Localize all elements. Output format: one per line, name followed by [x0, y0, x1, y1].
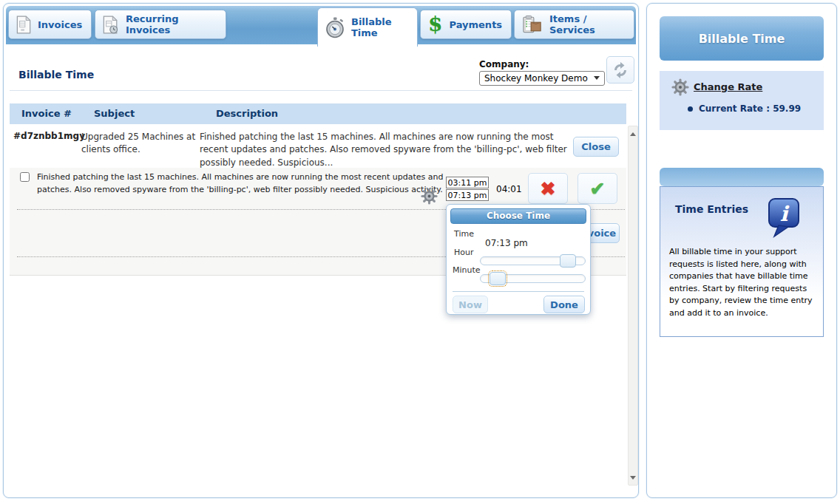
end-time-input[interactable]	[446, 189, 489, 201]
minute-slider[interactable]	[480, 274, 586, 283]
company-label: Company:	[479, 59, 529, 69]
main-panel: Invoices Recurring Invoices	[3, 3, 639, 498]
column-description: Description	[216, 108, 278, 119]
tab-items-services[interactable]: Items / Services	[514, 10, 634, 39]
tab-billable-time[interactable]: Billable Time	[317, 7, 418, 47]
change-rate-gear-icon	[671, 78, 689, 96]
red-x-icon: ✖	[541, 180, 556, 198]
current-rate-value: Current Rate : 59.99	[699, 103, 801, 114]
info-box-title: Time Entries	[675, 203, 748, 215]
invoice-number: #d7znbb1mgy	[13, 131, 85, 141]
time-entry-description: Finished patching the last 15 machines. …	[37, 171, 448, 196]
company-select[interactable]: Shockey Monkey Demo	[479, 71, 605, 86]
tab-invoices[interactable]: Invoices	[8, 10, 92, 39]
company-select-wrap: Shockey Monkey Demo	[479, 70, 605, 85]
hour-slider[interactable]	[480, 256, 586, 265]
refresh-button[interactable]	[606, 56, 634, 84]
sidebar-section-bar	[660, 168, 824, 186]
tab-billable-time-label: Billable Time	[351, 16, 410, 38]
green-check-icon: ✔	[590, 180, 606, 198]
invoice-subject: Upgraded 25 Machines at clients office.	[81, 131, 200, 157]
scroll-down-arrow[interactable]	[629, 472, 637, 483]
invoice-document-icon	[16, 16, 31, 34]
stopwatch-icon	[325, 17, 345, 38]
sidebar-title: Billable Time	[660, 16, 824, 61]
page-title: Billable Time	[18, 69, 94, 81]
tab-items-services-label: Items / Services	[549, 13, 626, 35]
time-label: Time	[454, 229, 474, 239]
minute-label: Minute	[453, 265, 481, 275]
time-entries-info-box: Time Entries i All billable time in your…	[660, 186, 824, 337]
tab-bar: Invoices Recurring Invoices	[6, 6, 636, 44]
dollar-icon: $	[428, 14, 442, 35]
refresh-icon	[612, 61, 629, 79]
scroll-up-arrow[interactable]	[629, 129, 637, 139]
start-time-input[interactable]	[446, 177, 489, 188]
hour-slider-handle[interactable]	[560, 254, 576, 268]
done-button[interactable]: Done	[543, 296, 585, 313]
info-box-text: All billable time in your support reques…	[669, 246, 816, 319]
time-entry-gear-icon[interactable]	[421, 188, 438, 205]
table-row-invoice: #d7znbb1mgy Upgraded 25 Machines at clie…	[10, 124, 626, 168]
minute-slider-handle[interactable]	[490, 272, 506, 285]
tab-invoices-label: Invoices	[38, 19, 82, 30]
now-button[interactable]: Now	[453, 296, 488, 313]
table-header: Invoice # Subject Description	[10, 103, 626, 124]
accept-entry-button[interactable]: ✔	[578, 173, 617, 204]
sidebar-panel: Billable Time Change Rate Current Rate :…	[646, 3, 837, 498]
app-window: Invoices Recurring Invoices	[0, 0, 840, 504]
tab-recurring-invoices-label: Recurring Invoices	[126, 13, 218, 35]
bullet-icon	[688, 106, 693, 112]
reject-entry-button[interactable]: ✖	[528, 173, 568, 204]
column-invoice-number: Invoice #	[21, 108, 72, 119]
tab-payments[interactable]: $ Payments	[420, 10, 512, 39]
items-box-icon	[522, 15, 543, 34]
popup-divider	[453, 291, 584, 292]
list-scrollbar[interactable]	[628, 126, 638, 486]
change-rate-link[interactable]: Change Rate	[694, 81, 762, 92]
column-subject: Subject	[94, 108, 135, 119]
time-value: 07:13 pm	[485, 238, 528, 248]
choose-time-popup: Choose Time Time 07:13 pm Hour Minute No…	[446, 204, 591, 315]
duration-value: 04:01	[496, 184, 522, 194]
tab-payments-label: Payments	[449, 19, 502, 30]
tab-recurring-invoices[interactable]: Recurring Invoices	[95, 10, 226, 39]
choose-time-popup-title[interactable]: Choose Time	[450, 208, 586, 224]
recurring-invoice-icon	[103, 16, 119, 34]
change-rate-box: Change Rate Current Rate : 59.99	[660, 71, 824, 130]
header-divider	[10, 90, 632, 91]
time-entry-checkbox[interactable]	[20, 172, 30, 182]
hour-label: Hour	[454, 248, 474, 257]
invoice-description: Finished patching the last 15 machines. …	[200, 131, 573, 169]
info-icon: i	[767, 197, 801, 239]
close-button[interactable]: Close	[573, 137, 619, 157]
